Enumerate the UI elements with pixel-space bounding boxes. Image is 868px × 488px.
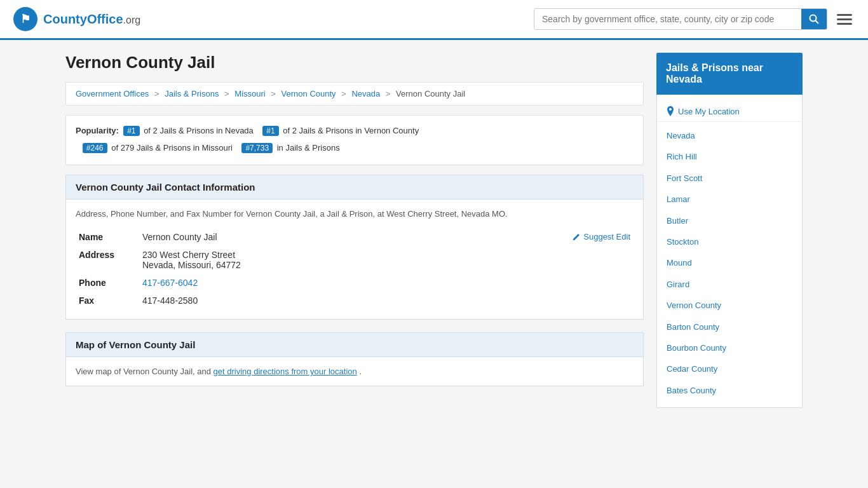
header-right xyxy=(534,8,855,30)
stat1-text: of 2 Jails & Prisons in Nevada xyxy=(144,126,254,135)
fax-label: Fax xyxy=(76,292,139,309)
map-description: View map of Vernon County Jail, and get … xyxy=(76,367,634,376)
popularity-row-1: Popularity: #1 of 2 Jails & Prisons in N… xyxy=(76,123,634,139)
sidebar-header: Jails & Prisons near Nevada xyxy=(656,53,803,95)
breadcrumb-sep-1: > xyxy=(154,89,159,98)
stat4-badge: #7,733 xyxy=(241,143,273,153)
search-container xyxy=(534,8,827,30)
table-row-fax: Fax 417-448-2580 xyxy=(76,292,634,309)
content-area: Vernon County Jail Government Offices > … xyxy=(65,53,644,408)
breadcrumb-link-missouri[interactable]: Missouri xyxy=(234,89,265,98)
breadcrumb-sep-3: > xyxy=(271,89,276,98)
sidebar-link-rich-hill[interactable]: Rich Hill xyxy=(657,146,802,167)
stat3-badge: #246 xyxy=(83,143,107,153)
menu-button[interactable] xyxy=(834,11,855,28)
sidebar-link-nevada[interactable]: Nevada xyxy=(657,125,802,146)
site-header: ⚑ CountyOffice.org xyxy=(0,0,868,40)
logo-area: ⚑ CountyOffice.org xyxy=(13,6,140,32)
address-label: Address xyxy=(76,246,139,274)
sidebar-link-mound[interactable]: Mound xyxy=(657,252,802,273)
stat1-badge: #1 xyxy=(123,126,139,136)
page-title: Vernon County Jail xyxy=(65,53,644,72)
logo-icon: ⚑ xyxy=(13,6,38,32)
stat4-text: in Jails & Prisons xyxy=(277,143,340,152)
name-label: Name xyxy=(76,228,139,246)
use-my-location-link[interactable]: Use My Location xyxy=(657,101,802,122)
breadcrumb-link-jails[interactable]: Jails & Prisons xyxy=(165,89,219,98)
contact-info-table: Name Vernon County Jail Suggest Edit Add… xyxy=(76,228,634,309)
sidebar-link-cedar-county[interactable]: Cedar County xyxy=(657,358,802,379)
sidebar: Jails & Prisons near Nevada Use My Locat… xyxy=(656,53,803,408)
fax-value: 417-448-2580 xyxy=(139,292,634,309)
contact-section-body: Address, Phone Number, and Fax Number fo… xyxy=(65,199,644,320)
breadcrumb-sep-5: > xyxy=(386,89,391,98)
sidebar-link-barton-county[interactable]: Barton County xyxy=(657,316,802,337)
search-input[interactable] xyxy=(534,9,801,29)
sidebar-link-bates-county[interactable]: Bates County xyxy=(657,380,802,401)
logo-text: CountyOffice.org xyxy=(43,12,140,27)
search-icon xyxy=(809,14,819,24)
breadcrumb-link-nevada[interactable]: Nevada xyxy=(351,89,380,98)
popularity-label: Popularity: xyxy=(76,126,119,135)
table-row-address: Address 230 West Cherry Street Nevada, M… xyxy=(76,246,634,274)
svg-line-3 xyxy=(816,21,819,24)
sidebar-link-stockton[interactable]: Stockton xyxy=(657,231,802,252)
sidebar-link-bourbon-county[interactable]: Bourbon County xyxy=(657,337,802,358)
main-wrapper: Vernon County Jail Government Offices > … xyxy=(53,40,815,421)
stat3-text: of 279 Jails & Prisons in Missouri xyxy=(111,143,233,152)
stat2-text: of 2 Jails & Prisons in Vernon County xyxy=(283,126,419,135)
location-pin-icon xyxy=(667,106,674,116)
breadcrumb-link-vernon[interactable]: Vernon County xyxy=(281,89,336,98)
name-value: Vernon County Jail Suggest Edit xyxy=(139,228,634,246)
map-section-header: Map of Vernon County Jail xyxy=(65,332,644,356)
map-section-body: View map of Vernon County Jail, and get … xyxy=(65,356,644,386)
sidebar-link-fort-scott[interactable]: Fort Scott xyxy=(657,168,802,189)
popularity-row-2: #246 of 279 Jails & Prisons in Missouri … xyxy=(76,140,634,156)
menu-icon-line2 xyxy=(837,18,852,20)
sidebar-link-lamar[interactable]: Lamar xyxy=(657,189,802,210)
svg-point-2 xyxy=(810,15,817,22)
table-row-phone: Phone 417-667-6042 xyxy=(76,274,634,292)
sidebar-link-vernon-county[interactable]: Vernon County xyxy=(657,295,802,316)
breadcrumb: Government Offices > Jails & Prisons > M… xyxy=(65,82,644,105)
phone-link[interactable]: 417-667-6042 xyxy=(142,278,198,288)
stat2-badge: #1 xyxy=(262,126,278,136)
driving-directions-link[interactable]: get driving directions from your locatio… xyxy=(214,367,357,376)
search-button[interactable] xyxy=(801,9,827,29)
suggest-edit-icon xyxy=(572,233,581,241)
suggest-edit-button[interactable]: Suggest Edit xyxy=(572,232,630,241)
contact-section-header: Vernon County Jail Contact Information xyxy=(65,175,644,199)
contact-description: Address, Phone Number, and Fax Number fo… xyxy=(76,209,634,219)
breadcrumb-link-govt-offices[interactable]: Government Offices xyxy=(76,89,149,98)
sidebar-body: Use My Location Nevada Rich Hill Fort Sc… xyxy=(656,95,803,408)
breadcrumb-sep-4: > xyxy=(341,89,346,98)
phone-value: 417-667-6042 xyxy=(139,274,634,292)
sidebar-link-butler[interactable]: Butler xyxy=(657,210,802,231)
table-row-name: Name Vernon County Jail Suggest Edit xyxy=(76,228,634,246)
svg-text:⚑: ⚑ xyxy=(20,13,31,25)
breadcrumb-sep-2: > xyxy=(224,89,229,98)
menu-icon-line1 xyxy=(837,14,852,16)
phone-label: Phone xyxy=(76,274,139,292)
breadcrumb-current: Vernon County Jail xyxy=(396,89,465,98)
popularity-bar: Popularity: #1 of 2 Jails & Prisons in N… xyxy=(65,115,644,165)
sidebar-link-girard[interactable]: Girard xyxy=(657,274,802,295)
menu-icon-line3 xyxy=(837,23,852,25)
address-value: 230 West Cherry Street Nevada, Missouri,… xyxy=(139,246,634,274)
